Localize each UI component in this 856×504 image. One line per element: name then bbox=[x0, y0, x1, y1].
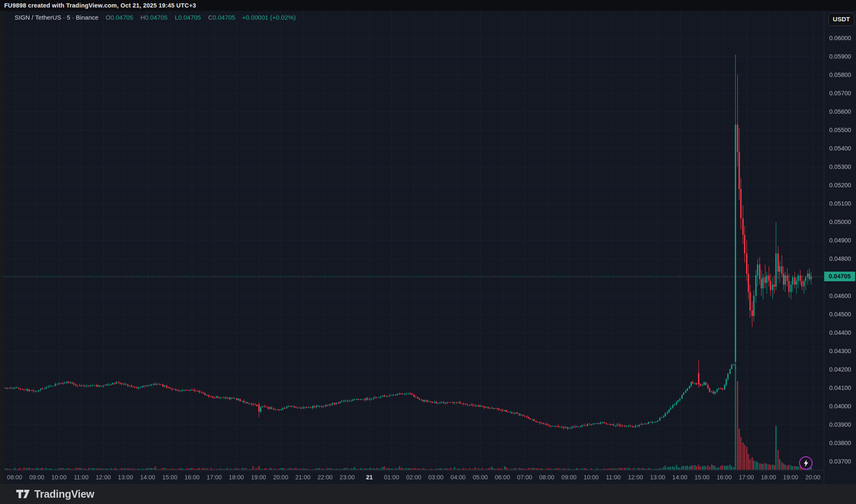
price-change: +0.00001 (+0.02%) bbox=[242, 14, 296, 21]
tradingview-logo-icon[interactable] bbox=[16, 488, 30, 500]
time-axis-label: 04:00 bbox=[451, 474, 466, 481]
price-chart-canvas[interactable] bbox=[0, 0, 856, 504]
symbol-legend: SIGN / TetherUS · 5 · Binance O0.04705 H… bbox=[15, 14, 296, 21]
time-axis-label: 12:00 bbox=[96, 474, 111, 481]
time-axis-label: 10:00 bbox=[51, 474, 66, 481]
time-axis-label: 16:00 bbox=[184, 474, 199, 481]
price-axis-label: 0.05500 bbox=[829, 127, 851, 133]
time-axis-label: 09:00 bbox=[561, 474, 576, 481]
time-axis-label: 01:00 bbox=[384, 474, 399, 481]
time-axis-label: 15:00 bbox=[694, 474, 709, 481]
close-label: C bbox=[208, 14, 213, 21]
time-axis-label: 14:00 bbox=[140, 474, 155, 481]
price-axis-label: 0.04800 bbox=[829, 255, 851, 262]
time-axis-label: 17:00 bbox=[739, 474, 754, 481]
time-axis-label: 17:00 bbox=[206, 474, 222, 481]
close-value: 0.04705 bbox=[213, 14, 235, 21]
time-axis-label: 15:00 bbox=[162, 474, 177, 481]
price-axis-label: 0.05300 bbox=[829, 163, 851, 170]
time-axis-label: 07:00 bbox=[517, 474, 532, 481]
time-axis-label: 11:00 bbox=[74, 474, 89, 481]
time-axis-label: 21:00 bbox=[295, 474, 310, 481]
time-axis-label: 20:00 bbox=[273, 474, 288, 481]
watermark-text: FU9898 created with TradingView.com, Oct… bbox=[4, 2, 196, 9]
time-axis-label: 18:00 bbox=[761, 474, 776, 481]
price-axis-label: 0.04300 bbox=[829, 348, 851, 354]
price-axis-label: 0.03900 bbox=[829, 421, 851, 428]
chart-window: FU9898 created with TradingView.com, Oct… bbox=[0, 0, 856, 504]
lightning-bolt-icon bbox=[803, 460, 809, 467]
price-axis-label: 0.04500 bbox=[829, 311, 851, 318]
time-axis-label: 05:00 bbox=[473, 474, 488, 481]
time-axis-label: 13:00 bbox=[650, 474, 665, 481]
price-axis-label: 0.05600 bbox=[829, 108, 851, 115]
price-axis-label: 0.05400 bbox=[829, 145, 851, 152]
price-axis-label: 0.03800 bbox=[829, 440, 851, 446]
time-axis-label: 13:00 bbox=[118, 474, 133, 481]
time-axis-label: 19:00 bbox=[783, 474, 798, 481]
open-label: O bbox=[106, 14, 111, 21]
high-value: 0.04705 bbox=[145, 14, 168, 21]
low-value: 0.04705 bbox=[178, 14, 201, 21]
watermark-bar: FU9898 created with TradingView.com, Oct… bbox=[0, 0, 856, 11]
price-axis-label: 0.05700 bbox=[829, 90, 851, 97]
time-axis-label: 06:00 bbox=[495, 474, 510, 481]
time-axis-label: 03:00 bbox=[428, 474, 443, 481]
time-axis-label: 08:00 bbox=[539, 474, 554, 481]
price-axis-label: 0.04100 bbox=[829, 384, 851, 391]
price-axis-label: 0.04200 bbox=[829, 366, 851, 373]
price-axis-label: 0.05900 bbox=[829, 53, 851, 60]
time-axis-label: 10:00 bbox=[583, 474, 599, 481]
time-axis-label: 12:00 bbox=[628, 474, 643, 481]
last-price-badge: 0.04705 bbox=[824, 272, 855, 281]
price-axis-label: 0.05000 bbox=[829, 219, 851, 225]
high-label: H bbox=[140, 14, 145, 21]
tradingview-wordmark[interactable]: TradingView bbox=[34, 488, 94, 500]
price-axis-label: 0.05800 bbox=[829, 71, 851, 78]
left-edge-strip bbox=[0, 11, 4, 484]
time-axis-label: 22:00 bbox=[318, 474, 333, 481]
price-axis-label: 0.04400 bbox=[829, 329, 851, 336]
price-axis-label: 0.05100 bbox=[829, 200, 851, 207]
time-axis-label: 23:00 bbox=[340, 474, 355, 481]
footer-bar: TradingView bbox=[0, 484, 856, 504]
time-axis-label: 21 bbox=[366, 474, 373, 481]
time-axis-label: 09:00 bbox=[29, 474, 44, 481]
time-axis-label: 11:00 bbox=[606, 474, 621, 481]
price-axis-label: 0.04600 bbox=[829, 293, 851, 299]
symbol-title[interactable]: SIGN / TetherUS · 5 · Binance bbox=[15, 14, 99, 21]
time-axis-label: 08:00 bbox=[7, 474, 22, 481]
time-axis-label: 16:00 bbox=[716, 474, 731, 481]
time-axis-label: 18:00 bbox=[229, 474, 244, 481]
price-axis-label: 0.03700 bbox=[829, 458, 851, 465]
lightning-button[interactable] bbox=[799, 456, 813, 470]
open-value: 0.04705 bbox=[110, 14, 133, 21]
price-axis-label: 0.04900 bbox=[829, 237, 851, 244]
time-axis-label: 19:00 bbox=[251, 474, 266, 481]
price-axis-label: 0.06000 bbox=[829, 35, 851, 41]
time-axis-label: 02:00 bbox=[406, 474, 421, 481]
time-axis-label: 20:00 bbox=[805, 474, 820, 481]
time-axis-label: 14:00 bbox=[672, 474, 687, 481]
price-axis-label: 0.04000 bbox=[829, 403, 851, 410]
price-axis-label: 0.05200 bbox=[829, 182, 851, 188]
